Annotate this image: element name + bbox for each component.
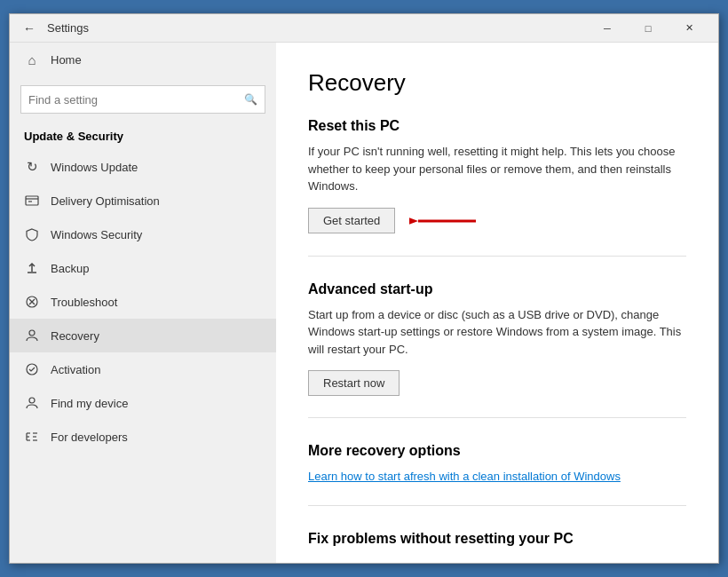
reset-pc-title: Reset this PC bbox=[308, 118, 686, 134]
windows-update-icon: ↻ bbox=[24, 159, 40, 175]
sidebar-item-for-developers-label: For developers bbox=[51, 431, 128, 444]
window-controls: ─ □ ✕ bbox=[587, 14, 709, 43]
sidebar-item-backup[interactable]: Backup bbox=[10, 251, 276, 285]
search-box[interactable]: 🔍 bbox=[20, 85, 265, 114]
developers-icon bbox=[24, 429, 40, 445]
search-input[interactable] bbox=[28, 93, 244, 107]
maximize-button[interactable]: □ bbox=[628, 14, 669, 43]
get-started-button[interactable]: Get started bbox=[308, 208, 395, 233]
svg-point-11 bbox=[27, 364, 37, 375]
page-title: Recovery bbox=[308, 69, 686, 97]
sidebar-item-activation[interactable]: Activation bbox=[10, 352, 276, 386]
clean-install-link[interactable]: Learn how to start afresh with a clean i… bbox=[308, 470, 621, 483]
get-started-arrow bbox=[409, 208, 480, 234]
shield-icon bbox=[24, 226, 40, 242]
back-button[interactable]: ← bbox=[19, 18, 40, 39]
sidebar-item-find-my-device-label: Find my device bbox=[51, 397, 128, 410]
activation-icon bbox=[24, 361, 40, 377]
sidebar-item-troubleshoot[interactable]: Troubleshoot bbox=[10, 285, 276, 319]
main-panel: Recovery Reset this PC If your PC isn't … bbox=[276, 43, 718, 563]
close-button[interactable]: ✕ bbox=[669, 14, 709, 43]
sidebar-item-windows-update-label: Windows Update bbox=[51, 161, 138, 174]
sidebar-item-troubleshoot-label: Troubleshoot bbox=[51, 296, 117, 309]
more-recovery-title: More recovery options bbox=[308, 443, 686, 459]
advanced-startup-text: Start up from a device or disc (such as … bbox=[308, 306, 686, 359]
fix-problems-title: Fix problems without resetting your PC bbox=[308, 531, 686, 547]
window-title: Settings bbox=[47, 21, 587, 35]
sidebar-item-recovery[interactable]: Recovery bbox=[10, 319, 276, 352]
more-recovery-section: More recovery options Learn how to start… bbox=[308, 443, 686, 506]
settings-window: ← Settings ─ □ ✕ ⌂ Home 🔍 Update & Secur… bbox=[9, 13, 719, 564]
svg-point-8 bbox=[29, 330, 35, 336]
fix-problems-section: Fix problems without resetting your PC bbox=[308, 531, 686, 563]
search-icon: 🔍 bbox=[244, 93, 257, 106]
sidebar-section-title: Update & Security bbox=[10, 123, 276, 150]
advanced-startup-section: Advanced start-up Start up from a device… bbox=[308, 281, 686, 419]
svg-rect-0 bbox=[26, 196, 38, 205]
sidebar-item-delivery-label: Delivery Optimisation bbox=[51, 194, 160, 208]
sidebar-item-windows-security-label: Windows Security bbox=[51, 228, 142, 241]
sidebar-item-find-my-device[interactable]: Find my device bbox=[10, 386, 276, 420]
sidebar-item-home[interactable]: ⌂ Home bbox=[10, 43, 276, 76]
delivery-icon bbox=[24, 193, 40, 209]
reset-pc-text: If your PC isn't running well, resetting… bbox=[308, 143, 686, 195]
find-device-icon bbox=[24, 395, 40, 411]
sidebar-item-windows-security[interactable]: Windows Security bbox=[10, 217, 276, 251]
sidebar-item-home-label: Home bbox=[51, 53, 82, 67]
advanced-startup-title: Advanced start-up bbox=[308, 281, 686, 297]
recovery-icon bbox=[24, 328, 40, 344]
restart-now-button[interactable]: Restart now bbox=[308, 370, 400, 396]
get-started-row: Get started bbox=[308, 208, 686, 234]
sidebar-item-windows-update[interactable]: ↻ Windows Update bbox=[10, 150, 276, 184]
reset-pc-section: Reset this PC If your PC isn't running w… bbox=[308, 118, 686, 257]
backup-icon bbox=[24, 260, 40, 276]
sidebar-item-activation-label: Activation bbox=[51, 363, 100, 376]
sidebar-item-backup-label: Backup bbox=[51, 262, 89, 275]
sidebar-item-recovery-label: Recovery bbox=[51, 329, 99, 343]
sidebar-item-for-developers[interactable]: For developers bbox=[10, 420, 276, 454]
troubleshoot-icon bbox=[24, 294, 40, 310]
content-area: ⌂ Home 🔍 Update & Security ↻ Windows Upd… bbox=[10, 43, 718, 563]
home-icon: ⌂ bbox=[24, 51, 40, 67]
sidebar: ⌂ Home 🔍 Update & Security ↻ Windows Upd… bbox=[10, 43, 276, 563]
svg-point-12 bbox=[29, 398, 35, 403]
title-bar: ← Settings ─ □ ✕ bbox=[10, 14, 718, 43]
sidebar-item-delivery-optimisation[interactable]: Delivery Optimisation bbox=[10, 184, 276, 217]
minimize-button[interactable]: ─ bbox=[587, 14, 628, 43]
